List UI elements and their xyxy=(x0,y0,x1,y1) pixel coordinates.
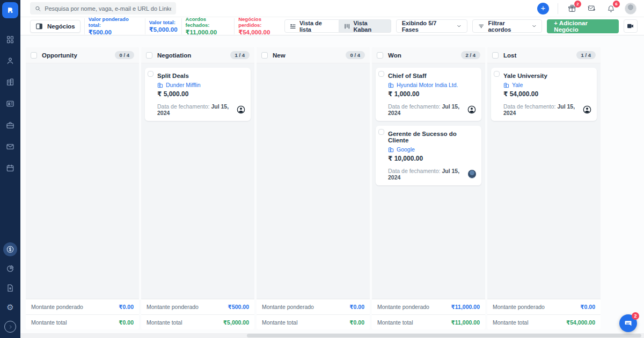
total-amount-label: Montante total xyxy=(493,319,529,326)
deal-company-name: Google xyxy=(397,146,415,153)
sidebar-item-calendar[interactable] xyxy=(3,161,17,175)
stat-value: ₹5,000.00 xyxy=(149,26,178,33)
app-logo[interactable] xyxy=(2,2,18,18)
deal-company[interactable]: Google xyxy=(388,146,476,153)
column-checkbox[interactable] xyxy=(492,52,499,59)
deal-company[interactable]: Yale xyxy=(503,82,591,88)
filter-deals-dropdown[interactable]: Filtrar acordos xyxy=(472,19,542,33)
total-amount-row: Montante total ₹0.00 xyxy=(26,314,139,329)
person-circle-icon xyxy=(467,105,476,114)
filter-icon xyxy=(478,23,485,30)
column-title: Negotiation xyxy=(157,52,191,59)
sidebar-item-candidates[interactable] xyxy=(3,54,17,68)
deal-card-footer: Data de fechamento: Jul 15, 2024 xyxy=(503,103,591,116)
sidebar-item-deals[interactable] xyxy=(3,242,17,256)
rewards-button[interactable]: 2 xyxy=(567,3,577,14)
column-checkbox[interactable] xyxy=(261,52,268,59)
deal-owner-avatar[interactable] xyxy=(583,105,591,114)
deal-card[interactable]: Split Deals Dunder Mifflin ₹ 5,000.00 Da… xyxy=(145,68,251,121)
sidebar-item-email[interactable] xyxy=(3,140,17,154)
global-search[interactable] xyxy=(30,2,176,15)
search-input[interactable] xyxy=(45,5,171,12)
kanban-column: Lost 1 / 4 Yale University Yale ₹ 54,000… xyxy=(487,47,601,329)
column-count-badge: 1 / 4 xyxy=(230,51,250,59)
compose-email-button[interactable] xyxy=(586,3,597,14)
mail-plus-icon xyxy=(587,4,596,12)
sidebar-item-companies[interactable] xyxy=(3,75,17,89)
total-amount-label: Montante total xyxy=(377,319,413,326)
total-amount-label: Montante total xyxy=(147,319,182,326)
deal-card-checkbox[interactable] xyxy=(494,71,500,77)
deal-title: Chief of Staff xyxy=(388,73,476,79)
deal-card[interactable]: Gerente de Sucesso do Cliente Google ₹ 1… xyxy=(376,126,481,185)
deal-amount: ₹ 5,000.00 xyxy=(157,90,245,98)
notifications-button[interactable]: 6 xyxy=(605,3,616,14)
topbar-divider xyxy=(558,3,558,14)
column-header: Won 2 / 4 xyxy=(372,47,485,63)
weighted-amount-label: Montante ponderado xyxy=(31,304,83,310)
sidebar-item-documents[interactable] xyxy=(3,281,17,295)
kanban-view-icon xyxy=(344,23,350,30)
deal-owner-avatar[interactable] xyxy=(467,105,476,114)
horizontal-scrollbar[interactable] xyxy=(20,333,644,338)
deal-title: Split Deals xyxy=(157,73,245,79)
column-title: Opportunity xyxy=(42,52,77,59)
column-checkbox[interactable] xyxy=(31,52,37,59)
phases-dropdown[interactable]: Exibindo 5/7 Fases xyxy=(396,19,467,33)
column-cards: Chief of Staff Hyundai Motor India Ltd. … xyxy=(372,63,485,299)
add-deal-button[interactable]: + Adicionar Negócio xyxy=(547,19,618,33)
weighted-amount-row: Montante ponderado ₹0.00 xyxy=(487,299,601,314)
sidebar-item-settings[interactable]: ⚙ xyxy=(3,300,17,314)
column-checkbox[interactable] xyxy=(146,52,152,59)
deal-card[interactable]: Chief of Staff Hyundai Motor India Ltd. … xyxy=(376,68,481,121)
building-icon xyxy=(6,78,14,87)
deal-card-checkbox[interactable] xyxy=(148,71,153,77)
close-date-text: Data de fechamento: xyxy=(503,103,555,110)
deals-nav-button[interactable]: Negócios xyxy=(30,20,80,33)
dashboard-grid-icon xyxy=(6,35,14,44)
deal-card-footer: Data de fechamento: Jul 15, 2024 xyxy=(157,103,245,116)
column-cards: Yale University Yale ₹ 54,000.00 Data de… xyxy=(487,63,601,299)
video-tour-button[interactable] xyxy=(624,19,638,33)
deal-owner-avatar[interactable] xyxy=(468,170,476,178)
deal-company[interactable]: Dunder Mifflin xyxy=(157,82,245,88)
column-count-badge: 1 / 4 xyxy=(576,51,596,59)
stat-weighted-total: Valor ponderado total: ₹500.00 xyxy=(89,16,141,36)
deal-card[interactable]: Yale University Yale ₹ 54,000.00 Data de… xyxy=(491,68,597,121)
scrollbar-thumb[interactable] xyxy=(247,334,641,337)
phases-label: Exibindo 5/7 Fases xyxy=(402,20,453,33)
stat-deals-lost: Negócios perdidos: ₹54,000.00 xyxy=(238,16,284,36)
deal-card-checkbox[interactable] xyxy=(378,71,384,77)
user-avatar[interactable] xyxy=(625,3,636,15)
total-amount-row: Montante total ₹11,000.00 xyxy=(372,314,485,329)
deal-card-checkbox[interactable] xyxy=(378,129,384,135)
stat-label: Acordos fechados: xyxy=(186,16,231,28)
app-screen: ⚙ + 2 6 Neg xyxy=(0,0,644,338)
deal-amount: ₹ 10,000.00 xyxy=(388,155,476,162)
column-footer: Montante ponderado ₹0.00 Montante total … xyxy=(487,299,601,329)
list-view-label: Vista de lista xyxy=(299,20,334,33)
sidebar-collapse-toggle[interactable] xyxy=(3,320,17,334)
close-date-label: Data de fechamento: Jul 15, 2024 xyxy=(388,103,467,116)
stat-label: Valor total: xyxy=(149,19,178,25)
weighted-amount-value: ₹0.00 xyxy=(349,304,364,310)
column-title: Lost xyxy=(503,52,516,59)
column-checkbox[interactable] xyxy=(377,52,383,59)
quick-add-button[interactable]: + xyxy=(537,3,549,15)
list-view-icon xyxy=(290,23,296,30)
chat-launcher[interactable]: 2 xyxy=(619,314,637,332)
list-view-button[interactable]: Vista de lista xyxy=(284,19,339,33)
chevron-down-icon xyxy=(457,24,462,28)
sidebar-item-jobs[interactable] xyxy=(3,118,17,132)
deal-owner-avatar[interactable] xyxy=(237,105,245,114)
column-cards: Split Deals Dunder Mifflin ₹ 5,000.00 Da… xyxy=(141,63,254,299)
sidebar-item-contacts[interactable] xyxy=(3,97,17,111)
sidebar-item-dashboard[interactable] xyxy=(3,32,17,46)
deal-company-name: Hyundai Motor India Ltd. xyxy=(397,82,458,88)
kanban-board: Opportunity 0 / 4 Montante ponderado ₹0.… xyxy=(20,35,644,333)
total-amount-value: ₹0.00 xyxy=(349,319,364,326)
sidebar-item-reports[interactable] xyxy=(3,262,17,276)
deal-company[interactable]: Hyundai Motor India Ltd. xyxy=(388,82,476,88)
total-amount-value: ₹0.00 xyxy=(119,319,134,326)
kanban-view-button[interactable]: Vista Kaban xyxy=(339,19,391,33)
